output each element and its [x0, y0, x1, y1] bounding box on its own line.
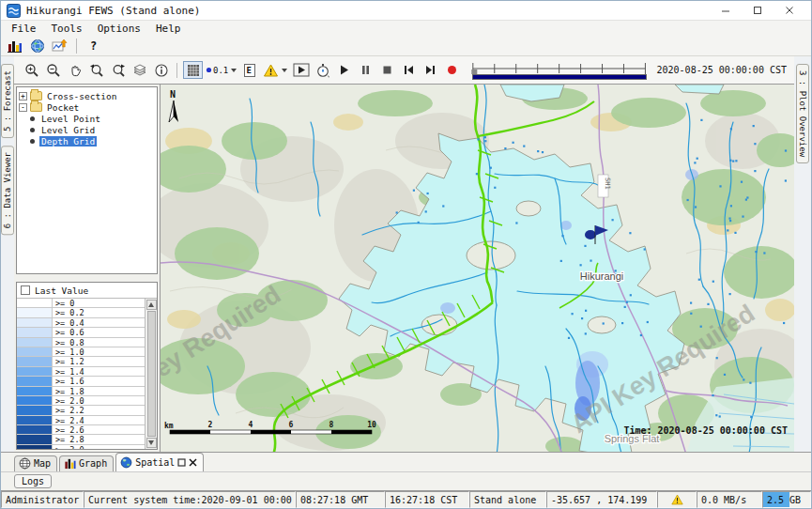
menu-options[interactable]: Options — [91, 22, 147, 36]
tree-item-level-point[interactable]: Level Point — [19, 113, 157, 124]
legend-row[interactable]: >= 1.2 — [17, 357, 145, 366]
scroll-down-button[interactable] — [146, 438, 157, 448]
expand-icon[interactable]: + — [19, 92, 27, 100]
legend-row[interactable]: >= 2.8 — [17, 435, 145, 444]
status-gmt-time: 08:27:18 GMT — [296, 491, 385, 508]
tab-plot-overview[interactable]: 3 : Plot Overview — [796, 64, 809, 163]
left-tab-strip: 5 : Forecast 6 : Data Viewer — [1, 56, 14, 452]
scrollbar-thumb[interactable] — [147, 311, 156, 437]
logs-button[interactable]: Logs — [14, 474, 52, 488]
tree-label[interactable]: Pocket — [45, 102, 81, 113]
tree-label[interactable]: Level Point — [39, 114, 102, 124]
menu-help[interactable]: Help — [149, 22, 188, 36]
current-time-label: 2020-08-25 00:00:00 CST — [657, 65, 789, 75]
time-slider-track[interactable] — [469, 61, 649, 74]
tree-label[interactable]: Cross-section — [45, 91, 118, 101]
play-button[interactable] — [334, 61, 354, 79]
legend-row[interactable]: >= 0.4 — [17, 318, 145, 328]
legend-row[interactable]: >= 2.2 — [17, 406, 145, 415]
legend-row[interactable]: >= 0 — [17, 299, 145, 308]
info-button[interactable] — [151, 61, 171, 79]
pan-button[interactable] — [65, 61, 84, 79]
tree-label-selected[interactable]: Depth Grid — [39, 136, 97, 147]
scroll-up-button[interactable] — [146, 300, 157, 310]
legend-swatch — [17, 338, 53, 347]
collapse-icon[interactable]: - — [19, 103, 27, 112]
north-label: N — [170, 89, 176, 100]
tree-item-depth-grid[interactable]: Depth Grid — [19, 135, 157, 147]
tree-item-level-grid[interactable]: Level Grid — [19, 124, 157, 135]
minimize-icon — [721, 6, 730, 15]
zoom-previous-button[interactable] — [86, 61, 106, 79]
elevation-button[interactable]: E — [239, 61, 259, 79]
tab-graph[interactable]: Graph — [59, 455, 114, 471]
time-span-bar — [472, 74, 647, 80]
legend-row[interactable]: >= 1.6 — [17, 377, 145, 386]
layers-button[interactable] — [130, 61, 149, 79]
map-canvas[interactable]: SH1 API Key Required API Key Required Hi… — [161, 85, 794, 452]
close-button[interactable] — [774, 2, 805, 19]
spatial-display-button[interactable] — [27, 38, 47, 55]
tree-item-cross-section[interactable]: + Cross-section — [19, 90, 157, 101]
status-system-time: Current system time:2020-09-01 00:00 CST — [84, 491, 296, 508]
pause-button[interactable] — [356, 61, 375, 79]
scale-unit: km — [164, 422, 174, 430]
step-forward-button[interactable] — [421, 61, 440, 79]
interval-value: 0.1 — [213, 66, 228, 75]
pause-icon — [360, 64, 372, 76]
legend-row[interactable]: >= 2.4 — [17, 416, 145, 425]
legend-row[interactable]: >= 3.0 — [17, 445, 145, 449]
legend-row[interactable]: >= 0.8 — [17, 338, 145, 347]
legend-swatch — [17, 387, 53, 395]
menu-tools[interactable]: Tools — [45, 22, 89, 36]
thresholds-dropdown[interactable] — [261, 61, 289, 79]
help-button[interactable]: ? — [84, 38, 103, 55]
legend-row[interactable]: >= 1.0 — [17, 347, 145, 357]
close-tab-icon[interactable] — [189, 458, 197, 467]
tree-item-pocket[interactable]: - Pocket — [19, 101, 157, 113]
legend-label: >= 1.6 — [53, 377, 84, 385]
legend-row[interactable]: >= 0.6 — [17, 328, 145, 337]
minimize-button[interactable] — [710, 2, 742, 19]
legend-row[interactable]: >= 1.4 — [17, 367, 145, 377]
scale-tick: 8 — [329, 421, 334, 429]
tree-label[interactable]: Level Grid — [39, 125, 97, 135]
chevron-down-icon — [282, 69, 287, 72]
stop-button[interactable] — [377, 61, 397, 79]
animation-timer-button[interactable] — [313, 61, 332, 79]
tab-map[interactable]: Map — [14, 455, 57, 471]
zoom-out-button[interactable] — [43, 61, 63, 79]
maximize-icon — [753, 6, 762, 15]
interval-dropdown[interactable]: 0.1 — [205, 61, 237, 79]
panel-splitter[interactable] — [14, 274, 160, 282]
maximize-tab-icon[interactable] — [177, 458, 186, 467]
legend-table: >= 0>= 0.2>= 0.4>= 0.6>= 0.8>= 1.0>= 1.2… — [17, 299, 145, 449]
legend-row[interactable]: >= 2.6 — [17, 425, 145, 435]
maximize-button[interactable] — [742, 2, 774, 19]
record-button[interactable] — [442, 61, 462, 79]
legend-scrollbar[interactable] — [145, 299, 157, 449]
zoom-next-button[interactable] — [108, 61, 128, 79]
animation-display-button[interactable] — [291, 61, 311, 79]
zoom-in-button[interactable] — [22, 61, 41, 79]
tab-forecast[interactable]: 5 : Forecast — [1, 64, 14, 138]
last-value-checkbox[interactable] — [21, 285, 30, 295]
timeseries-dialog-button[interactable] — [50, 38, 69, 55]
play-icon — [338, 64, 350, 76]
legend-row[interactable]: >= 2.0 — [17, 396, 145, 406]
status-warning-cell[interactable] — [657, 491, 697, 508]
grid-display-button[interactable] — [183, 61, 203, 79]
legend-row[interactable]: >= 1.8 — [17, 387, 145, 396]
legend-label: >= 1.2 — [53, 357, 84, 365]
explorer-button[interactable] — [5, 38, 24, 55]
time-slider[interactable] — [469, 61, 649, 80]
toolbar-separator — [176, 63, 177, 78]
menu-file[interactable]: File — [5, 22, 43, 36]
folder-icon — [30, 102, 42, 112]
play-box-icon — [293, 63, 310, 77]
tab-spatial[interactable]: Spatial — [115, 453, 204, 471]
chevron-down-icon — [231, 69, 237, 72]
tab-data-viewer[interactable]: 6 : Data Viewer — [1, 146, 14, 235]
legend-row[interactable]: >= 0.2 — [17, 308, 145, 317]
step-back-button[interactable] — [399, 61, 419, 79]
